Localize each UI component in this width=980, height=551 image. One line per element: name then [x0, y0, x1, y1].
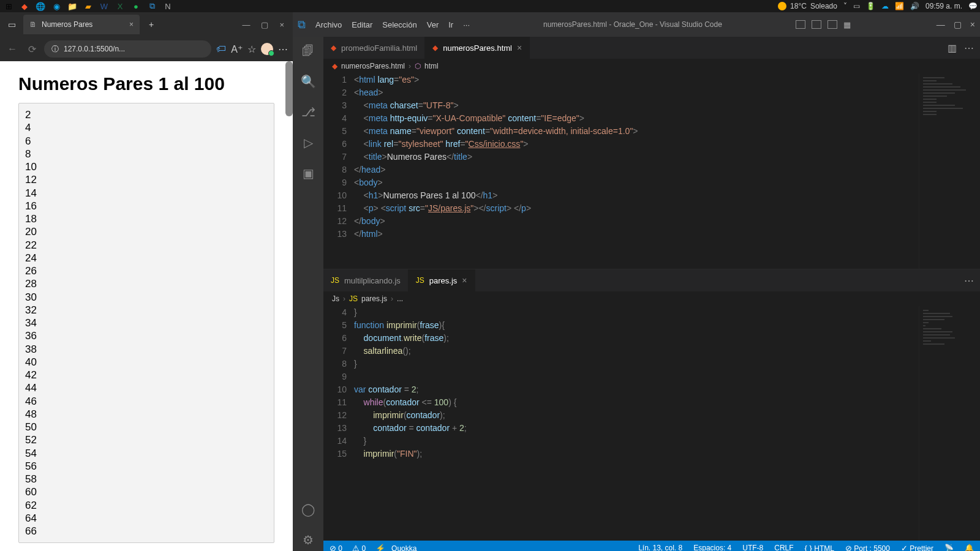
close-tab-icon[interactable]: ×: [129, 20, 134, 29]
browser-tab[interactable]: 🗎 Numeros Pares ×: [23, 15, 140, 34]
new-tab-icon[interactable]: +: [143, 17, 159, 32]
menu-item[interactable]: Editar: [352, 20, 372, 29]
debug-icon[interactable]: ▷: [300, 135, 316, 151]
output-number: 28: [25, 277, 268, 290]
errors-badge[interactable]: ⊘ 0: [330, 544, 342, 551]
tray-icon[interactable]: ▭: [853, 2, 860, 10]
battery-icon[interactable]: 🔋: [866, 2, 875, 10]
sublime-icon[interactable]: ▰: [82, 0, 94, 12]
start-icon[interactable]: ⊞: [2, 0, 15, 12]
live-server-port[interactable]: ⊘ Port : 5500: [845, 544, 890, 551]
tab-label: multilplicando.js: [344, 276, 401, 285]
code-editor[interactable]: 456789101112131415 }function imprimir(fr…: [323, 306, 980, 541]
quokka-indicator[interactable]: ⚡ Quokka: [375, 544, 417, 551]
weather-widget[interactable]: 18°C Soleado: [778, 2, 837, 10]
output-number: 16: [25, 200, 268, 212]
split-editor-icon[interactable]: ▥: [948, 42, 957, 54]
extensions-icon[interactable]: ▣: [300, 165, 316, 181]
language-mode[interactable]: { } HTML: [805, 544, 834, 551]
eol[interactable]: CRLF: [774, 544, 793, 551]
excel-icon[interactable]: X: [114, 0, 126, 12]
indent-setting[interactable]: Espacios: 4: [693, 544, 731, 551]
brave-icon[interactable]: ◆: [18, 0, 31, 12]
code-editor[interactable]: 12345678910111213 <html lang="es"><head>…: [323, 73, 980, 269]
editor-tab[interactable]: JSmultilplicando.js: [323, 269, 409, 291]
breadcrumb[interactable]: ◆ numerosPares.html › ⬡ html: [323, 59, 980, 73]
scrollbar-thumb[interactable]: [285, 61, 293, 116]
browser-viewport[interactable]: Numeros Pares 1 al 100 24681012141618202…: [0, 61, 293, 551]
chevron-up-icon[interactable]: ˅: [843, 2, 847, 10]
output-number: 66: [25, 525, 268, 538]
onedrive-icon[interactable]: ☁: [881, 2, 889, 10]
notifications-icon[interactable]: 💬: [968, 2, 978, 10]
layout-left-icon[interactable]: [796, 20, 805, 29]
menu-item[interactable]: Ir: [448, 20, 453, 29]
word-icon[interactable]: W: [98, 0, 110, 12]
wifi-icon[interactable]: 📶: [895, 2, 904, 10]
encoding[interactable]: UTF-8: [742, 544, 763, 551]
favorite-icon[interactable]: ☆: [247, 43, 256, 55]
maximize-icon[interactable]: ▢: [954, 20, 962, 29]
output-number: 34: [25, 317, 268, 329]
more-icon[interactable]: ⋯: [964, 275, 974, 287]
output-number: 44: [25, 381, 268, 394]
menu-item[interactable]: Archivo: [315, 20, 342, 29]
clock[interactable]: 09:59 a. m.: [925, 2, 962, 10]
shopping-icon[interactable]: 🏷: [216, 43, 226, 54]
notion-icon[interactable]: N: [162, 0, 174, 12]
html-file-icon: ◆: [332, 62, 337, 70]
volume-icon[interactable]: 🔊: [910, 2, 919, 10]
output-number: 38: [25, 343, 268, 356]
breadcrumb[interactable]: Js › JS pares.js › ...: [323, 291, 980, 306]
editor-tab[interactable]: ◆promedioFamilia.html: [323, 37, 425, 59]
vscode-task-icon[interactable]: ⧉: [146, 0, 158, 12]
editor-tab[interactable]: ◆numerosPares.html×: [425, 37, 530, 59]
source-control-icon[interactable]: ⎇: [300, 104, 316, 120]
info-icon: ⓘ: [51, 44, 59, 54]
layout-right-icon[interactable]: [827, 20, 837, 29]
close-tab-icon[interactable]: ×: [462, 276, 467, 285]
prettier-status[interactable]: ✓ Prettier: [901, 544, 933, 551]
more-icon[interactable]: ⋯: [278, 43, 288, 55]
address-bar[interactable]: ⓘ 127.0.0.1:5500/n...: [44, 40, 211, 58]
account-icon[interactable]: ◯: [300, 501, 316, 517]
feedback-icon[interactable]: 📡: [944, 544, 954, 551]
profile-avatar[interactable]: [261, 43, 273, 55]
explorer-icon[interactable]: 🗐: [300, 43, 316, 59]
editor-pane-bottom: JSmultilplicando.jsJSpares.js× ⋯ Js › JS…: [323, 269, 980, 541]
cursor-position[interactable]: Lín. 13, col. 8: [638, 544, 682, 551]
more-icon[interactable]: ⋯: [964, 42, 974, 54]
spotify-icon[interactable]: ●: [130, 0, 142, 12]
minimize-icon[interactable]: —: [242, 20, 250, 29]
tab-title: Numeros Pares: [42, 20, 92, 29]
menu-item[interactable]: ···: [463, 20, 470, 29]
edge-icon[interactable]: ◉: [50, 0, 62, 12]
close-icon[interactable]: ×: [279, 20, 284, 29]
sun-icon: [778, 2, 786, 10]
minimize-icon[interactable]: —: [937, 20, 945, 29]
close-tab-icon[interactable]: ×: [517, 43, 522, 53]
output-number: 36: [25, 329, 268, 342]
minimap[interactable]: [919, 306, 980, 541]
editor-tab[interactable]: JSpares.js×: [409, 269, 475, 291]
minimap[interactable]: [919, 73, 980, 269]
layout-grid-icon[interactable]: ▦: [843, 20, 853, 29]
browser-toolbar: ← ⟳ ⓘ 127.0.0.1:5500/n... 🏷 A⁺ ☆ ⋯: [0, 37, 293, 61]
refresh-icon[interactable]: ⟳: [24, 43, 39, 55]
weather-desc: Soleado: [810, 2, 837, 10]
menu-item[interactable]: Ver: [427, 20, 439, 29]
settings-icon[interactable]: ⚙: [300, 532, 316, 548]
layout-bottom-icon[interactable]: [812, 20, 821, 29]
back-icon[interactable]: ←: [5, 43, 20, 54]
warnings-badge[interactable]: ⚠ 0: [352, 544, 366, 551]
bell-icon[interactable]: 🔔: [965, 544, 974, 551]
menu-item[interactable]: Selección: [382, 20, 417, 29]
search-icon[interactable]: 🔍: [300, 73, 316, 89]
output-number: 52: [25, 433, 268, 446]
reader-icon[interactable]: A⁺: [231, 43, 243, 55]
close-icon[interactable]: ×: [970, 20, 975, 29]
tab-overview-icon[interactable]: ▭: [4, 17, 20, 32]
chrome-icon[interactable]: 🌐: [34, 0, 47, 12]
maximize-icon[interactable]: ▢: [261, 20, 268, 29]
explorer-icon[interactable]: 📁: [66, 0, 78, 12]
